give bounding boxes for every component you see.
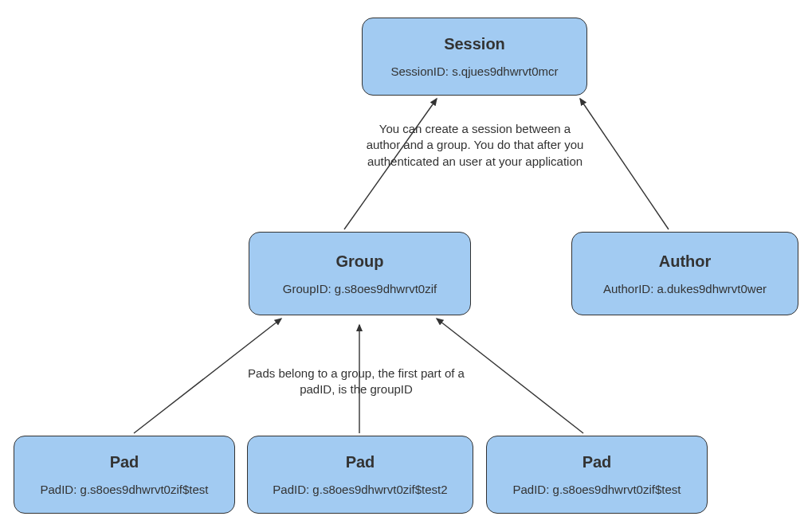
node-pad-2-sub: PadID: g.s8oes9dhwrvt0zif$test2 — [273, 483, 447, 496]
node-pad-2: Pad PadID: g.s8oes9dhwrvt0zif$test2 — [247, 436, 473, 514]
node-session-sub: SessionID: s.qjues9dhwrvt0mcr — [390, 65, 558, 78]
node-author-sub: AuthorID: a.dukes9dhwrvt0wer — [603, 282, 767, 295]
annotation-pads: Pads belong to a group, the first part o… — [229, 366, 484, 398]
node-session: Session SessionID: s.qjues9dhwrvt0mcr — [362, 18, 587, 96]
node-session-title: Session — [444, 35, 505, 53]
node-pad-3: Pad PadID: g.s8oes9dhwrvt0zif$test — [486, 436, 708, 514]
node-author: Author AuthorID: a.dukes9dhwrvt0wer — [571, 232, 798, 315]
node-author-title: Author — [659, 252, 712, 271]
node-group: Group GroupID: g.s8oes9dhwrvt0zif — [249, 232, 471, 315]
node-pad-3-title: Pad — [583, 453, 612, 471]
svg-line-1 — [580, 99, 669, 229]
node-pad-3-sub: PadID: g.s8oes9dhwrvt0zif$test — [513, 483, 681, 496]
node-pad-1-title: Pad — [110, 453, 139, 471]
node-pad-2-title: Pad — [346, 453, 375, 471]
node-group-title: Group — [336, 252, 384, 271]
node-group-sub: GroupID: g.s8oes9dhwrvt0zif — [283, 282, 437, 295]
node-pad-1-sub: PadID: g.s8oes9dhwrvt0zif$test — [41, 483, 209, 496]
annotation-session: You can create a session between a autho… — [363, 121, 586, 170]
node-pad-1: Pad PadID: g.s8oes9dhwrvt0zif$test — [14, 436, 235, 514]
